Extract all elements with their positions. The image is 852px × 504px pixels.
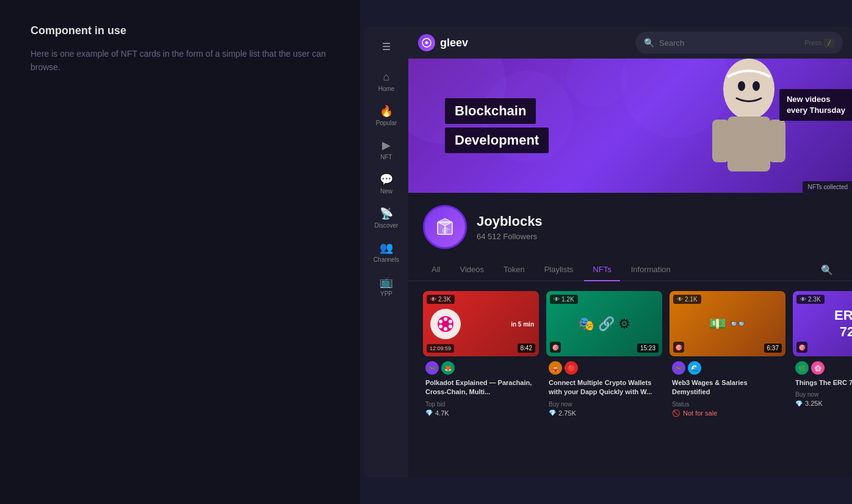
nft-badge-3: 🎯 bbox=[673, 342, 684, 353]
sidebar-item-popular[interactable]: 🔥 Popular bbox=[368, 99, 405, 131]
view-count-1: 👁 2.3K bbox=[427, 295, 455, 304]
logo[interactable]: gleev bbox=[418, 34, 468, 51]
search-bar[interactable]: 🔍 Press / bbox=[635, 32, 843, 54]
tab-token[interactable]: Token bbox=[495, 259, 533, 281]
home-icon: ⌂ bbox=[383, 71, 390, 84]
sidebar-item-nft-label: NFT bbox=[380, 154, 392, 160]
channel-avatar bbox=[423, 205, 467, 249]
menu-icon: ☰ bbox=[382, 41, 391, 52]
video-title-3: Web3 Wages & Salaries Demystified bbox=[672, 378, 783, 397]
channels-icon: 👥 bbox=[380, 241, 393, 254]
video-card-2[interactable]: 🎭 🔗 ⚙ 👁 1.2K 🎯 15:23 🎪 🔴 Connect Multipl… bbox=[546, 291, 662, 420]
video-thumb-1: in 5 min 👁 2.3K 12:09:59 8:42 bbox=[423, 291, 539, 356]
tab-videos[interactable]: Videos bbox=[451, 259, 493, 281]
left-panel: Component in use Here is one example of … bbox=[0, 0, 360, 504]
avatar-4b: 🌸 bbox=[811, 361, 825, 375]
main-content: gleev 🔍 Press / bbox=[408, 27, 852, 477]
search-icon: 🔍 bbox=[644, 38, 654, 48]
press-hint: Press / bbox=[804, 38, 834, 48]
sidebar-item-new-label: New bbox=[380, 188, 392, 195]
fire-icon: 🔥 bbox=[380, 104, 393, 118]
press-label: Press bbox=[804, 39, 821, 46]
video-card-1[interactable]: in 5 min 👁 2.3K 12:09:59 8:42 🎮 🦊 Polkad… bbox=[423, 291, 539, 420]
sale-label-3: Status bbox=[672, 401, 783, 408]
card-avatars-3: 🎮 🌊 bbox=[672, 361, 783, 375]
sidebar-item-channels-label: Channels bbox=[374, 256, 399, 263]
avatar-1a: 🎮 bbox=[425, 361, 439, 375]
video-grid: in 5 min 👁 2.3K 12:09:59 8:42 🎮 🦊 Polkad… bbox=[408, 281, 852, 430]
video-footer-1: 🎮 🦊 Polkadot Explained — Parachain, Cros… bbox=[423, 356, 539, 419]
tab-search-button[interactable]: 🔍 bbox=[816, 259, 838, 281]
discover-icon: 📡 bbox=[380, 207, 393, 220]
menu-button[interactable]: ☰ bbox=[374, 34, 399, 59]
svg-rect-4 bbox=[768, 120, 785, 162]
left-panel-heading: Component in use bbox=[31, 24, 330, 37]
channel-tabs: All Videos Token Playlists NFTs Informat… bbox=[408, 259, 852, 281]
price-icon-2: 💎 bbox=[549, 409, 556, 416]
new-videos-line1: New videos bbox=[787, 95, 831, 104]
tab-nfts[interactable]: NFTs bbox=[584, 259, 619, 281]
sale-label-4: Buy now bbox=[795, 391, 852, 398]
sidebar-item-nft[interactable]: ▶ NFT bbox=[368, 134, 405, 165]
video-title-4: Things The ERC 72... bbox=[795, 378, 852, 387]
sidebar-item-discover[interactable]: 📡 Discover bbox=[368, 202, 405, 234]
tab-information[interactable]: Information bbox=[623, 259, 679, 281]
banner-title-line2: Development bbox=[445, 128, 549, 153]
not-for-sale-text: Not for sale bbox=[683, 409, 717, 417]
nft-collected-tooltip: NFTs collected bbox=[803, 181, 852, 193]
channel-info: Joyblocks 64 512 Followers bbox=[477, 214, 543, 241]
duration-1: 8:42 bbox=[518, 344, 535, 353]
view-count-4: 👁 2.3K bbox=[796, 295, 825, 304]
left-panel-description: Here is one example of NFT cards in the … bbox=[31, 47, 330, 74]
price-row-4: 💎 3.25K bbox=[795, 400, 852, 407]
bg-circle-3 bbox=[567, 59, 628, 107]
avatar-4a: 🌿 bbox=[795, 361, 809, 375]
search-input[interactable] bbox=[659, 38, 800, 48]
video-title-1: Polkadot Explained — Parachain, Cross-Ch… bbox=[425, 378, 536, 397]
channel-profile: Joyblocks 64 512 Followers bbox=[408, 193, 852, 259]
nft-badge-2: 🎯 bbox=[550, 342, 561, 353]
avatar-3a: 🎮 bbox=[672, 361, 685, 375]
video-thumb-2: 🎭 🔗 ⚙ 👁 1.2K 🎯 15:23 bbox=[546, 291, 662, 356]
banner-new-videos: New videos every Thursday bbox=[779, 89, 852, 121]
sidebar-item-ypp[interactable]: 📺 YPP bbox=[368, 270, 405, 302]
thumb-icons-2: 🎭 🔗 ⚙ bbox=[578, 316, 630, 332]
tab-all[interactable]: All bbox=[423, 259, 449, 281]
video-thumb-3: 💵 👓 👁 2.1K 🎯 6:37 bbox=[670, 291, 785, 356]
press-key: / bbox=[824, 38, 834, 48]
svg-point-5 bbox=[738, 81, 745, 91]
video-card-4[interactable]: ERC-721 👁 2.3K 🎯 9:15 🌿 🌸 Things The ERC… bbox=[793, 291, 852, 420]
avatar-2b: 🔴 bbox=[565, 361, 578, 375]
card-avatars-1: 🎮 🦊 bbox=[425, 361, 536, 375]
price-row-2: 💎 2.75K bbox=[549, 409, 660, 417]
video-card-3[interactable]: 💵 👓 👁 2.1K 🎯 6:37 🎮 🌊 Web3 Wages & Salar… bbox=[670, 291, 785, 420]
video-thumb-4: ERC-721 👁 2.3K 🎯 9:15 bbox=[793, 291, 852, 356]
svg-point-1 bbox=[723, 59, 774, 120]
price-icon-1: 💎 bbox=[425, 409, 433, 416]
channel-name: Joyblocks bbox=[477, 214, 543, 229]
logo-text: gleev bbox=[440, 37, 468, 49]
sidebar-item-channels[interactable]: 👥 Channels bbox=[368, 236, 405, 268]
banner-title-line1: Blockchain bbox=[445, 98, 536, 124]
sidebar-item-home-label: Home bbox=[378, 85, 395, 92]
card-avatars-4: 🌿 🌸 bbox=[795, 361, 852, 375]
not-for-sale-row: 🚫 Not for sale bbox=[672, 409, 783, 417]
svg-point-10 bbox=[442, 228, 447, 233]
thumb-icons-3: 💵 👓 bbox=[709, 316, 746, 332]
channel-content: Blockchain Development bbox=[408, 59, 852, 477]
avatar-3b: 🌊 bbox=[688, 361, 701, 375]
sidebar-item-popular-label: Popular bbox=[376, 120, 397, 126]
svg-point-12 bbox=[444, 317, 447, 321]
video-footer-4: 🌿 🌸 Things The ERC 72... Buy now 💎 3.25K bbox=[793, 356, 852, 409]
sidebar-item-home[interactable]: ⌂ Home bbox=[368, 66, 405, 97]
card-avatars-2: 🎪 🔴 bbox=[549, 361, 660, 375]
nft-badge-4: 🎯 bbox=[796, 342, 807, 353]
duration-2: 15:23 bbox=[637, 344, 659, 353]
tab-playlists[interactable]: Playlists bbox=[536, 259, 582, 281]
sidebar-item-new[interactable]: 💬 New bbox=[368, 168, 405, 200]
price-4: 3.25K bbox=[805, 400, 823, 407]
video-title-2: Connect Multiple Crypto Wallets with you… bbox=[549, 378, 660, 397]
channel-followers: 64 512 Followers bbox=[477, 232, 543, 241]
chat-icon: 💬 bbox=[380, 173, 393, 186]
play-icon: ▶ bbox=[382, 139, 391, 152]
